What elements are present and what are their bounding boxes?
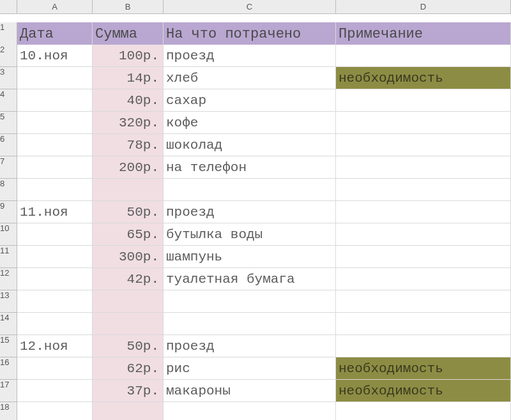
cell-B10[interactable]: 65р. xyxy=(93,223,164,246)
cell-B14[interactable] xyxy=(93,313,164,335)
row-header-14[interactable]: 14 xyxy=(0,313,17,335)
cell-B13[interactable] xyxy=(93,290,164,313)
col-header-A[interactable]: A xyxy=(17,0,93,14)
row-header-12[interactable]: 12 xyxy=(0,268,17,290)
cell-D4[interactable] xyxy=(336,89,511,112)
cell-C5[interactable]: кофе xyxy=(164,112,336,134)
cell-A3[interactable] xyxy=(17,67,93,89)
cell-C8[interactable] xyxy=(164,179,336,201)
cell-B7[interactable]: 200р. xyxy=(93,156,164,179)
cell-B15[interactable]: 50р. xyxy=(93,335,164,357)
cell-B4[interactable]: 40р. xyxy=(93,89,164,112)
cell-D16[interactable]: необходимость xyxy=(336,357,511,380)
cell-C17[interactable]: макароны xyxy=(164,380,336,402)
cell-C6[interactable]: шоколад xyxy=(164,134,336,156)
cell-D9[interactable] xyxy=(336,201,511,223)
cell-D5[interactable] xyxy=(336,112,511,134)
cell-D3[interactable]: необходимость xyxy=(336,67,511,89)
row-header-1[interactable]: 1 xyxy=(0,22,17,47)
cell-A2[interactable]: 10.ноя xyxy=(17,45,93,67)
cell-D12[interactable] xyxy=(336,268,511,290)
col-header-D[interactable]: D xyxy=(336,0,511,14)
cell-C10[interactable]: бутылка воды xyxy=(164,223,336,246)
cell-C3[interactable]: хлеб xyxy=(164,67,336,89)
cell-D13[interactable] xyxy=(336,290,511,313)
header-cell-amount[interactable]: Сумма xyxy=(93,22,164,47)
row-header-6[interactable]: 6 xyxy=(0,134,17,156)
row-header-10[interactable]: 10 xyxy=(0,223,17,246)
cell-C11[interactable]: шампунь xyxy=(164,246,336,268)
row-header-18[interactable]: 18 xyxy=(0,402,17,420)
spreadsheet-grid[interactable]: A B C D 1 Дата Сумма На что потрачено Пр… xyxy=(0,0,511,420)
cell-C7[interactable]: на телефон xyxy=(164,156,336,179)
cell-A9[interactable]: 11.ноя xyxy=(17,201,93,223)
cell-B3[interactable]: 14р. xyxy=(93,67,164,89)
cell-C4[interactable]: сахар xyxy=(164,89,336,112)
cell-B11[interactable]: 300р. xyxy=(93,246,164,268)
cell-D2[interactable] xyxy=(336,45,511,67)
cell-B17[interactable]: 37р. xyxy=(93,380,164,402)
cell-D17[interactable]: необходимость xyxy=(336,380,511,402)
cell-A14[interactable] xyxy=(17,313,93,335)
col-header-C[interactable]: C xyxy=(164,0,336,14)
row-header-11[interactable]: 11 xyxy=(0,246,17,268)
cell-A12[interactable] xyxy=(17,268,93,290)
cell-B9[interactable]: 50р. xyxy=(93,201,164,223)
cell-C14[interactable] xyxy=(164,313,336,335)
header-cell-spent-on[interactable]: На что потрачено xyxy=(164,22,336,47)
cell-B12[interactable]: 42р. xyxy=(93,268,164,290)
cell-B6[interactable]: 78р. xyxy=(93,134,164,156)
cell-C16[interactable]: рис xyxy=(164,357,336,380)
row-header-16[interactable]: 16 xyxy=(0,357,17,380)
row-header-5[interactable]: 5 xyxy=(0,112,17,134)
select-all-corner[interactable] xyxy=(0,0,17,14)
cell-B18[interactable] xyxy=(93,402,164,420)
cell-C15[interactable]: проезд xyxy=(164,335,336,357)
cell-B16[interactable]: 62р. xyxy=(93,357,164,380)
cell-C9[interactable]: проезд xyxy=(164,201,336,223)
cell-A11[interactable] xyxy=(17,246,93,268)
row-header-7[interactable]: 7 xyxy=(0,156,17,179)
row-header-17[interactable]: 17 xyxy=(0,380,17,402)
cell-D15[interactable] xyxy=(336,335,511,357)
cell-D18[interactable] xyxy=(336,402,511,420)
col-header-B[interactable]: B xyxy=(93,0,164,14)
cell-A18[interactable] xyxy=(17,402,93,420)
cell-A16[interactable] xyxy=(17,357,93,380)
cell-B5[interactable]: 320р. xyxy=(93,112,164,134)
cell-D8[interactable] xyxy=(336,179,511,201)
cell-C18[interactable] xyxy=(164,402,336,420)
cell-D11[interactable] xyxy=(336,246,511,268)
row-header-4[interactable]: 4 xyxy=(0,89,17,112)
cell-D6[interactable] xyxy=(336,134,511,156)
cell-C13[interactable] xyxy=(164,290,336,313)
cell-A7[interactable] xyxy=(17,156,93,179)
header-cell-note[interactable]: Примечание xyxy=(336,22,511,47)
cell-A15[interactable]: 12.ноя xyxy=(17,335,93,357)
row-header-13[interactable]: 13 xyxy=(0,290,17,313)
cell-B2[interactable]: 100р. xyxy=(93,45,164,67)
row-header-8[interactable]: 8 xyxy=(0,179,17,201)
cell-C12[interactable]: туалетная бумага xyxy=(164,268,336,290)
cell-A17[interactable] xyxy=(17,380,93,402)
cell-A10[interactable] xyxy=(17,223,93,246)
cell-D10[interactable] xyxy=(336,223,511,246)
cell-A6[interactable] xyxy=(17,134,93,156)
row-header-2[interactable]: 2 xyxy=(0,45,17,67)
header-cell-date[interactable]: Дата xyxy=(17,22,93,47)
cell-A13[interactable] xyxy=(17,290,93,313)
row-header-3[interactable]: 3 xyxy=(0,67,17,89)
cell-A4[interactable] xyxy=(17,89,93,112)
cell-D7[interactable] xyxy=(336,156,511,179)
row-header-9[interactable]: 9 xyxy=(0,201,17,223)
cell-A5[interactable] xyxy=(17,112,93,134)
cell-D14[interactable] xyxy=(336,313,511,335)
cell-B8[interactable] xyxy=(93,179,164,201)
cell-C2[interactable]: проезд xyxy=(164,45,336,67)
cell-A8[interactable] xyxy=(17,179,93,201)
row-header-15[interactable]: 15 xyxy=(0,335,17,357)
